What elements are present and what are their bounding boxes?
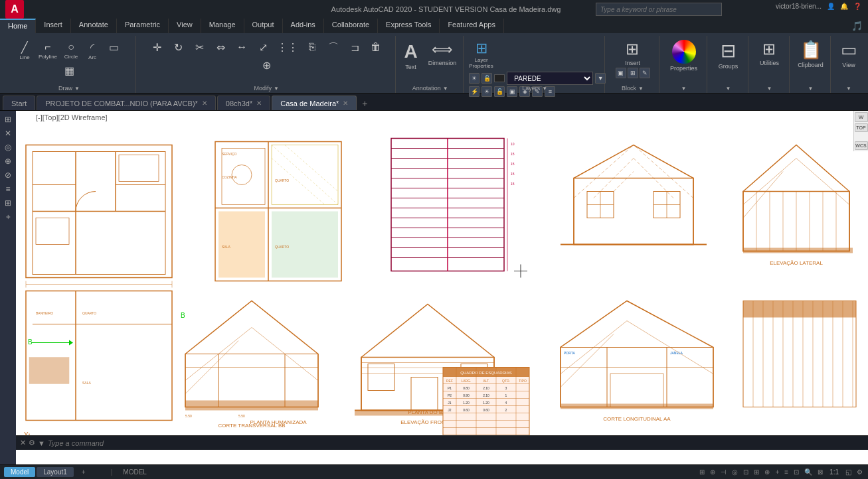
- ltool-5[interactable]: ⊘: [2, 169, 14, 181]
- command-input[interactable]: [48, 439, 864, 447]
- status-polar-icon[interactable]: ◎: [731, 468, 739, 476]
- status-anno-icon[interactable]: ◱: [844, 468, 853, 476]
- circle-tool[interactable]: ○ Circle: [61, 40, 81, 62]
- app-logo[interactable]: A: [5, 0, 24, 19]
- copy-tool[interactable]: ⎘: [302, 40, 322, 56]
- fillet-tool[interactable]: ⌒: [323, 40, 343, 56]
- status-snap-icon[interactable]: ⊕: [709, 468, 717, 476]
- array-tool[interactable]: ⋮⋮: [274, 40, 301, 56]
- tab-08ch3d[interactable]: 08ch3d* ✕: [217, 96, 270, 110]
- tab-projeto-close[interactable]: ✕: [202, 100, 207, 107]
- trim-tool[interactable]: ✂: [189, 40, 209, 56]
- layers-group-label[interactable]: Layers ▼: [465, 84, 604, 93]
- ribbon-toggle[interactable]: 🎵: [851, 21, 863, 31]
- tab-casa-madeira[interactable]: Casa de Madeira* ✕: [272, 96, 357, 110]
- model-tab-layout1[interactable]: Layout1: [37, 467, 74, 477]
- status-tpmode-icon[interactable]: ⊡: [792, 468, 800, 476]
- ltool-1[interactable]: ⊞: [2, 113, 14, 125]
- tab-addins[interactable]: Add-ins: [283, 19, 324, 33]
- rotate-tool[interactable]: ↻: [168, 40, 188, 56]
- draw-group-label[interactable]: Draw ▼: [3, 84, 135, 93]
- layer-dropdown-btn[interactable]: ▼: [595, 73, 606, 84]
- tab-featured[interactable]: Featured Apps: [440, 19, 504, 33]
- right-btn-w[interactable]: W: [855, 112, 868, 122]
- tab-casa-madeira-close[interactable]: ✕: [343, 100, 348, 107]
- tab-parametric[interactable]: Parametric: [117, 19, 169, 33]
- layer-properties-tool[interactable]: ⊞ LayerProperties: [469, 40, 493, 69]
- user-name[interactable]: victor18-brien...: [776, 3, 822, 10]
- line-tool[interactable]: ╱ Line: [15, 40, 35, 62]
- properties-group-label[interactable]: ▼: [661, 84, 707, 93]
- groups-expand[interactable]: ▼: [726, 86, 731, 92]
- notification-icon[interactable]: 🔔: [840, 3, 848, 10]
- block-btn-3[interactable]: ✎: [640, 68, 650, 78]
- layer-freeze-btn[interactable]: ☀: [469, 73, 479, 84]
- utilities-group-label[interactable]: ▼: [750, 84, 789, 93]
- status-gear-icon[interactable]: ⚙: [855, 468, 864, 476]
- modify-expand[interactable]: ▼: [274, 86, 279, 92]
- ltool-8[interactable]: ⌖: [2, 211, 14, 223]
- block-group-label[interactable]: Block ▼: [606, 84, 659, 93]
- layer-dropdown[interactable]: PAREDE: [507, 72, 593, 85]
- tab-projeto[interactable]: PROJETO DE COMBAT...NDIO (PARA AVCB)* ✕: [37, 96, 216, 110]
- groups-tool[interactable]: ⊟ Groups: [719, 40, 738, 70]
- status-ortho-icon[interactable]: ⊣: [719, 468, 728, 476]
- ltool-3[interactable]: ◎: [2, 141, 14, 153]
- status-dyn-icon[interactable]: +: [774, 468, 780, 476]
- text-tool[interactable]: A Text: [400, 40, 421, 84]
- view-group-label[interactable]: ▼: [832, 84, 865, 93]
- status-lweight-icon[interactable]: ≡: [783, 468, 790, 476]
- move-tool[interactable]: ✛: [147, 40, 167, 56]
- status-otrack-icon[interactable]: ⊞: [752, 468, 760, 476]
- layer-lock-btn[interactable]: 🔓: [481, 73, 492, 84]
- ltool-4[interactable]: ⊕: [2, 155, 14, 167]
- ltool-2[interactable]: ✕: [2, 127, 14, 139]
- block-btn-2[interactable]: ⊞: [628, 68, 638, 78]
- tab-express[interactable]: Express Tools: [378, 19, 440, 33]
- modify-group-label[interactable]: Modify ▼: [137, 84, 395, 93]
- model-tab-model[interactable]: Model: [4, 467, 35, 477]
- status-sel-icon[interactable]: ⊠: [816, 468, 824, 476]
- polyline-tool[interactable]: ⌐ Polyline: [36, 40, 60, 62]
- layers-expand[interactable]: ▼: [542, 86, 547, 92]
- stretch-tool[interactable]: ↔: [232, 40, 252, 56]
- tab-manage[interactable]: Manage: [201, 19, 244, 33]
- clipboard-group-label[interactable]: ▼: [791, 84, 830, 93]
- ltool-6[interactable]: ≡: [2, 183, 14, 195]
- status-ducs-icon[interactable]: ⊕: [763, 468, 771, 476]
- arc-tool[interactable]: ◜ Arc: [82, 40, 102, 62]
- help-icon[interactable]: ❓: [853, 3, 861, 10]
- status-qp-icon[interactable]: 🔍: [803, 468, 814, 476]
- utilities-expand[interactable]: ▼: [767, 86, 772, 92]
- tab-insert[interactable]: Insert: [36, 19, 71, 33]
- draw-expand[interactable]: ▼: [74, 86, 80, 92]
- tab-start[interactable]: Start: [3, 96, 35, 110]
- search-input[interactable]: [596, 3, 722, 16]
- tab-collaborate[interactable]: Collaborate: [324, 19, 378, 33]
- rect-tool[interactable]: ▭: [104, 40, 124, 62]
- annotation-expand[interactable]: ▼: [443, 86, 448, 92]
- tab-add-button[interactable]: +: [358, 97, 371, 110]
- clipboard-tool[interactable]: 📋 Clipboard: [798, 40, 824, 68]
- tab-home[interactable]: Home: [0, 19, 36, 33]
- block-expand[interactable]: ▼: [638, 86, 644, 92]
- insert-tool[interactable]: ⊞ Insert: [625, 40, 640, 66]
- dimension-tool[interactable]: ⟺ Dimension: [424, 40, 461, 84]
- hatch-tool[interactable]: ▦: [59, 63, 79, 78]
- right-btn-wcs[interactable]: WCS: [855, 141, 868, 150]
- cmd-x-btn[interactable]: ✕: [20, 439, 26, 447]
- tab-08ch3d-close[interactable]: ✕: [256, 100, 262, 107]
- view-expand[interactable]: ▼: [846, 86, 851, 92]
- erase-tool[interactable]: 🗑: [366, 40, 386, 56]
- properties-tool[interactable]: Properties: [670, 40, 697, 72]
- tab-annotate[interactable]: Annotate: [71, 19, 117, 33]
- properties-expand[interactable]: ▼: [681, 86, 687, 92]
- view-tool[interactable]: ▭ View: [841, 40, 857, 68]
- status-osnap-icon[interactable]: ⊡: [742, 468, 750, 476]
- explode-tool[interactable]: ⊕: [256, 58, 276, 73]
- annotation-group-label[interactable]: Annotation ▼: [397, 84, 463, 93]
- tab-view[interactable]: View: [169, 19, 201, 33]
- block-btn-1[interactable]: ▣: [616, 68, 626, 78]
- model-tab-add[interactable]: +: [75, 467, 92, 477]
- scale-tool[interactable]: ⤢: [253, 40, 273, 56]
